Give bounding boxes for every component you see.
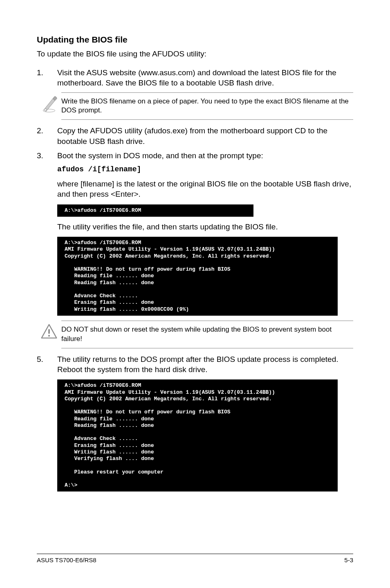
step-5: 5. The utility returns to the DOS prompt… bbox=[37, 354, 353, 375]
step-number: 1. bbox=[37, 67, 57, 88]
step-text: The utility returns to the DOS prompt af… bbox=[57, 354, 353, 375]
page-footer: ASUS TS700-E6/RS8 5-3 bbox=[37, 554, 353, 563]
note-pencil: Write the BIOS filename on a piece of pa… bbox=[37, 92, 353, 120]
svg-point-2 bbox=[48, 335, 50, 337]
footer-page-number: 5-3 bbox=[344, 557, 353, 563]
terminal-output-1: A:\>afudos /iTS700E6.ROM bbox=[57, 204, 253, 217]
command-text: afudos /i[filename] bbox=[57, 165, 353, 175]
section-heading: Updating the BIOS file bbox=[37, 35, 353, 45]
step-number: 5. bbox=[37, 354, 57, 375]
note-text: Write the BIOS filename on a piece of pa… bbox=[61, 92, 353, 120]
step-1: 1. Visit the ASUS website (www.asus.com)… bbox=[37, 67, 353, 88]
terminal-output-2: A:\>afudos /iTS700E6.ROM AMI Firmware Up… bbox=[57, 237, 338, 316]
intro-text: To update the BIOS file using the AFUDOS… bbox=[37, 49, 353, 58]
warning-icon bbox=[37, 321, 61, 341]
step-number: 3. bbox=[37, 150, 57, 161]
step-text: Copy the AFUDOS utility (afudos.exe) fro… bbox=[57, 126, 353, 146]
svg-rect-1 bbox=[48, 329, 50, 334]
step-3b-text: where [filename] is the latest or the or… bbox=[57, 179, 353, 200]
step-number: 2. bbox=[37, 126, 57, 146]
note-text: DO NOT shut down or reset the system whi… bbox=[61, 321, 353, 348]
step-3: 3. Boot the system in DOS mode, and then… bbox=[37, 150, 353, 161]
step-2: 2. Copy the AFUDOS utility (afudos.exe) … bbox=[37, 126, 353, 146]
step-text: Visit the ASUS website (www.asus.com) an… bbox=[57, 67, 353, 88]
footer-product: ASUS TS700-E6/RS8 bbox=[37, 557, 96, 563]
note-warning: DO NOT shut down or reset the system whi… bbox=[37, 321, 353, 348]
step-3c-text: The utility verifies the file, and then … bbox=[57, 222, 353, 232]
terminal-output-3: A:\>afudos /iTS700E6.ROM AMI Firmware Up… bbox=[57, 379, 338, 491]
step-text: Boot the system in DOS mode, and then at… bbox=[57, 150, 353, 161]
pencil-icon bbox=[37, 92, 61, 113]
